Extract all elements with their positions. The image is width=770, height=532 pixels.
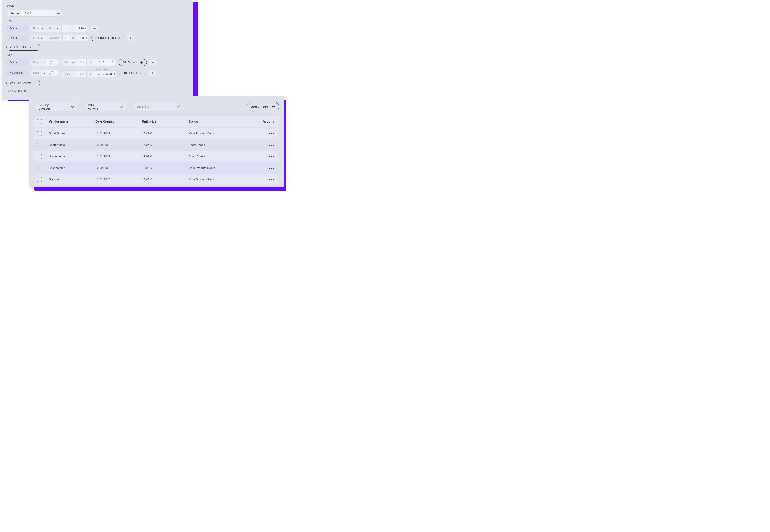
col-actions: Actions — [257, 120, 278, 123]
chevron-down-icon — [17, 12, 19, 15]
row-checkbox[interactable] — [37, 154, 42, 159]
qty-stepper[interactable] — [69, 35, 77, 41]
search-field[interactable] — [137, 105, 168, 108]
row-checkbox[interactable] — [37, 177, 42, 182]
chevron-down-icon — [89, 74, 92, 75]
sort-select[interactable]: Sort by cheapest — [34, 102, 78, 111]
search-input[interactable] — [133, 102, 181, 111]
cost-price-input[interactable]: 12.40 € — [76, 35, 89, 41]
row-checkbox[interactable] — [37, 166, 42, 170]
edit-discount-button[interactable]: Edit discount — [119, 70, 146, 76]
cost-mode-select[interactable]: Dynamic — [46, 35, 63, 41]
qty-stepper[interactable] — [86, 59, 94, 66]
sale-scheme-chip[interactable]: My bol.xom — [6, 70, 28, 76]
qty-stepper[interactable] — [86, 70, 94, 77]
chevron-down-icon — [89, 63, 92, 64]
sale-tax-input[interactable]: Tax % — [46, 70, 59, 76]
sale-price-input[interactable]: 12.40 € — [94, 59, 116, 66]
stock-heading: Stock — [6, 4, 14, 7]
cost-qty-input[interactable]: 1 — [61, 25, 68, 32]
cost-mode-select[interactable]: Fixed — [46, 25, 62, 32]
chevron-down-icon — [71, 105, 74, 108]
cell-price: 18.98 € — [142, 166, 188, 170]
svg-point-0 — [178, 105, 180, 107]
sale-currency-select[interactable]: Euro — [61, 70, 77, 77]
divider — [14, 55, 188, 55]
cost-scheme-chip[interactable]: Default — [6, 25, 28, 32]
sale-qty-input[interactable]: Qty — [77, 59, 87, 66]
chevron-down-icon — [41, 36, 43, 39]
pencil-icon — [140, 72, 143, 74]
row-actions-button[interactable] — [269, 133, 274, 134]
chevron-down-icon — [120, 105, 123, 108]
search-icon — [177, 105, 181, 109]
cost-price-input[interactable]: 14.80 € — [76, 25, 88, 32]
minus-icon — [93, 28, 96, 29]
cell-date: 12.02.2022 — [95, 166, 142, 170]
plus-icon — [57, 12, 60, 15]
add-discount-button[interactable]: Add Discount — [119, 59, 147, 66]
cost-currency-select[interactable]: Euro — [30, 35, 46, 41]
minus-icon — [152, 62, 154, 63]
sale-currency-select[interactable]: Euro — [61, 59, 77, 66]
plus-icon — [151, 72, 154, 74]
sale-scheme-chip[interactable]: Default — [6, 59, 28, 66]
remove-cost-row-button[interactable] — [90, 25, 98, 32]
add-cost-scheme-button[interactable]: Add Cost Scheme — [6, 44, 40, 51]
vendor-panel: Sort by cheapest Bulk Actions Add vendor… — [29, 96, 284, 187]
col-status: Status — [188, 120, 257, 123]
table-header: Vendor name Date Created Unit price Stat… — [34, 115, 279, 127]
col-date: Date Created — [95, 120, 142, 123]
sale-taxgroup-select[interactable]: Default — [30, 59, 46, 66]
chevron-down-icon — [72, 72, 74, 75]
vendor-table: Vendor name Date Created Unit price Stat… — [34, 115, 279, 185]
sale-price-stack: Until 10.04.2022 Euro Qty 12.4010.25 — [61, 68, 116, 77]
sale-tax-input[interactable]: Tax % — [46, 59, 59, 66]
cell-status: Main Product Group — [188, 178, 257, 181]
row-actions-button[interactable] — [269, 179, 274, 180]
plus-icon — [34, 46, 37, 49]
row-checkbox[interactable] — [37, 143, 42, 147]
sale-qty-input[interactable]: Qty — [77, 70, 87, 77]
edit-dynamic-cost-button[interactable]: Edit dynamic cost — [91, 35, 124, 41]
cost-currency-select[interactable]: Euro — [30, 25, 46, 32]
stock-section-head: Stock — [6, 4, 188, 7]
row-actions-button[interactable] — [269, 156, 274, 157]
add-sale-scheme-button[interactable]: Add Sale Scheme — [6, 80, 40, 86]
add-cost-row-button[interactable] — [127, 35, 135, 41]
stock-condition-select[interactable]: New — [6, 10, 22, 17]
add-vendor-button[interactable]: Add vendor — [247, 102, 279, 111]
cost-row: Default Euro Dynamic 1 12.40 € — [6, 35, 188, 41]
select-all-checkbox[interactable] — [37, 119, 42, 124]
pricing-panel: Stock New 2232 Cost Default — [2, 0, 193, 100]
stock-add-button[interactable] — [55, 10, 63, 17]
sale-taxgroup-select[interactable]: Default — [30, 70, 46, 76]
row-actions-button[interactable] — [269, 168, 274, 169]
col-vendor: Vendor name — [49, 120, 95, 123]
calculator-heading: Price Calculator — [6, 89, 27, 92]
cell-vendor: Home decor — [49, 155, 95, 158]
col-price: Unit price — [142, 120, 188, 123]
cost-qty-input[interactable]: 1 — [62, 35, 69, 41]
stock-condition-value: New — [10, 12, 15, 15]
cell-date: 12.02.2022 — [95, 132, 142, 135]
row-actions-button[interactable] — [269, 145, 274, 146]
bulk-actions-select[interactable]: Bulk Actions — [83, 102, 128, 111]
cost-row: Default Euro Fixed 1 14.80 € — [6, 25, 188, 32]
cell-vendor: Kitchen stuff — [49, 166, 95, 170]
table-row: Garden12.02.202219.05 €Main Product Grou… — [34, 174, 279, 185]
add-sale-row-button[interactable] — [149, 70, 157, 76]
remove-sale-row-button[interactable] — [149, 59, 157, 66]
price-original: 12.40 — [98, 72, 104, 75]
cell-vendor: Sport outfits — [49, 143, 95, 147]
cell-status: Main Product Group — [188, 166, 257, 170]
pencil-icon — [118, 37, 121, 39]
sale-price-input[interactable]: 12.4010.25 € — [94, 70, 116, 77]
qty-stepper[interactable] — [68, 25, 76, 32]
cost-scheme-chip[interactable]: Default — [6, 35, 28, 41]
row-checkbox[interactable] — [37, 131, 42, 136]
cell-date: 12.02.2022 — [95, 178, 142, 181]
plus-icon — [272, 105, 275, 108]
stock-quantity-input[interactable]: 2232 — [22, 10, 55, 17]
cell-price: 17.02 € — [142, 155, 188, 158]
